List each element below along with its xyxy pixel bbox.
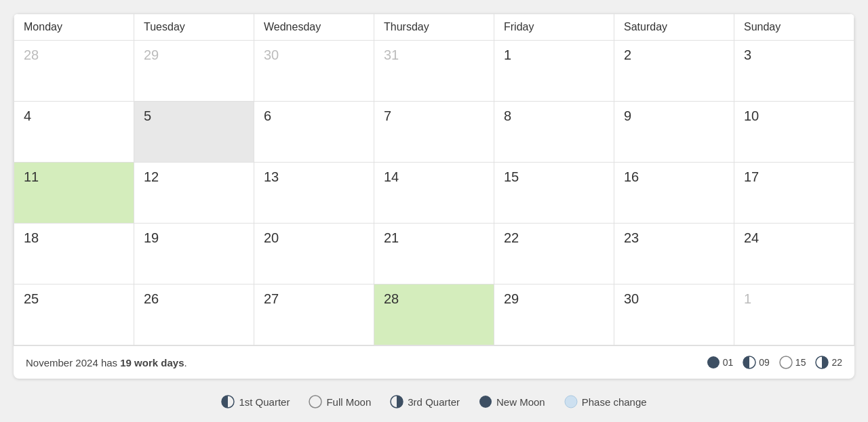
calendar-cell[interactable]: 13 bbox=[254, 163, 374, 224]
moon-day-indicator: 22 bbox=[815, 356, 842, 369]
moon-day-number: 15 bbox=[795, 357, 806, 368]
calendar-cell[interactable]: 26 bbox=[134, 284, 254, 345]
calendar-cell[interactable]: 28 bbox=[374, 284, 494, 345]
calendar-container: MondayTuesdayWednesdayThursdayFridaySatu… bbox=[14, 14, 854, 379]
svg-point-0 bbox=[707, 356, 719, 368]
legend-label: Phase change bbox=[582, 396, 647, 408]
calendar-cell[interactable]: 4 bbox=[14, 102, 134, 163]
calendar-cell[interactable]: 9 bbox=[614, 102, 734, 163]
moon-indicators: 01 09 15 22 bbox=[707, 356, 842, 369]
calendar-cell[interactable]: 19 bbox=[134, 224, 254, 284]
calendar-cell[interactable]: 5 bbox=[134, 102, 254, 163]
calendar-cell[interactable]: 8 bbox=[494, 102, 614, 163]
calendar-day-header: Monday bbox=[14, 14, 134, 41]
calendar-header-row: MondayTuesdayWednesdayThursdayFridaySatu… bbox=[14, 14, 854, 41]
calendar-week-row: 2526272829301 bbox=[14, 284, 854, 345]
calendar-day-header: Friday bbox=[494, 14, 614, 41]
legend-label: 3rd Quarter bbox=[408, 396, 460, 408]
svg-point-2 bbox=[780, 356, 792, 368]
calendar-cell[interactable]: 6 bbox=[254, 102, 374, 163]
calendar-body: 2829303112345678910111213141516171819202… bbox=[14, 41, 854, 345]
calendar-cell[interactable]: 31 bbox=[374, 41, 494, 102]
calendar-cell[interactable]: 20 bbox=[254, 224, 374, 284]
calendar-day-header: Wednesday bbox=[254, 14, 374, 41]
calendar-week-row: 28293031123 bbox=[14, 41, 854, 102]
legend-label: New Moon bbox=[496, 396, 545, 408]
calendar-day-header: Thursday bbox=[374, 14, 494, 41]
legend-item: 3rd Quarter bbox=[390, 395, 460, 408]
calendar-cell[interactable]: 23 bbox=[614, 224, 734, 284]
calendar-cell[interactable]: 28 bbox=[14, 41, 134, 102]
legend-item: Full Moon bbox=[309, 395, 371, 408]
calendar-cell[interactable]: 15 bbox=[494, 163, 614, 224]
calendar-week-row: 11121314151617 bbox=[14, 163, 854, 224]
footer-text-suffix: . bbox=[184, 357, 186, 368]
calendar-week-row: 18192021222324 bbox=[14, 224, 854, 284]
calendar-cell[interactable]: 24 bbox=[734, 224, 854, 284]
calendar-cell[interactable]: 25 bbox=[14, 284, 134, 345]
footer-workdays-count: 19 work days bbox=[120, 357, 184, 368]
moon-day-indicator: 01 bbox=[707, 356, 734, 369]
footer-text-prefix: November 2024 has bbox=[26, 357, 120, 368]
calendar-cell[interactable]: 7 bbox=[374, 102, 494, 163]
calendar-day-header: Sunday bbox=[734, 14, 854, 41]
moon-day-indicator: 09 bbox=[743, 356, 770, 369]
calendar-cell[interactable]: 16 bbox=[614, 163, 734, 224]
calendar-cell[interactable]: 17 bbox=[734, 163, 854, 224]
svg-point-8 bbox=[565, 396, 577, 408]
moon-day-indicator: 15 bbox=[779, 356, 806, 369]
calendar-table: MondayTuesdayWednesdayThursdayFridaySatu… bbox=[14, 14, 854, 345]
calendar-day-header: Saturday bbox=[614, 14, 734, 41]
calendar-cell[interactable]: 11 bbox=[14, 163, 134, 224]
calendar-cell[interactable]: 29 bbox=[494, 284, 614, 345]
calendar-cell[interactable]: 12 bbox=[134, 163, 254, 224]
svg-point-5 bbox=[309, 396, 321, 408]
legend-item: New Moon bbox=[479, 395, 545, 408]
footer-workdays-text: November 2024 has 19 work days. bbox=[26, 357, 187, 368]
calendar-cell[interactable]: 10 bbox=[734, 102, 854, 163]
calendar-cell[interactable]: 29 bbox=[134, 41, 254, 102]
calendar-cell[interactable]: 27 bbox=[254, 284, 374, 345]
legend-label: Full Moon bbox=[326, 396, 371, 408]
legend-item: 1st Quarter bbox=[221, 395, 290, 408]
calendar-week-row: 45678910 bbox=[14, 102, 854, 163]
moon-day-number: 09 bbox=[759, 357, 770, 368]
calendar-footer: November 2024 has 19 work days. 01 09 15… bbox=[14, 345, 854, 379]
calendar-cell[interactable]: 18 bbox=[14, 224, 134, 284]
calendar-cell[interactable]: 30 bbox=[254, 41, 374, 102]
calendar-cell[interactable]: 1 bbox=[494, 41, 614, 102]
legend-label: 1st Quarter bbox=[239, 396, 290, 408]
calendar-cell[interactable]: 1 bbox=[734, 284, 854, 345]
legend-row: 1st Quarter Full Moon 3rd Quarter New Mo… bbox=[221, 389, 646, 414]
calendar-cell[interactable]: 2 bbox=[614, 41, 734, 102]
calendar-cell[interactable]: 14 bbox=[374, 163, 494, 224]
legend-item: Phase change bbox=[564, 395, 647, 408]
calendar-cell[interactable]: 3 bbox=[734, 41, 854, 102]
svg-point-7 bbox=[479, 396, 492, 408]
calendar-day-header: Tuesday bbox=[134, 14, 254, 41]
calendar-cell[interactable]: 21 bbox=[374, 224, 494, 284]
calendar-cell[interactable]: 30 bbox=[614, 284, 734, 345]
moon-day-number: 22 bbox=[831, 357, 842, 368]
moon-day-number: 01 bbox=[723, 357, 734, 368]
calendar-cell[interactable]: 22 bbox=[494, 224, 614, 284]
